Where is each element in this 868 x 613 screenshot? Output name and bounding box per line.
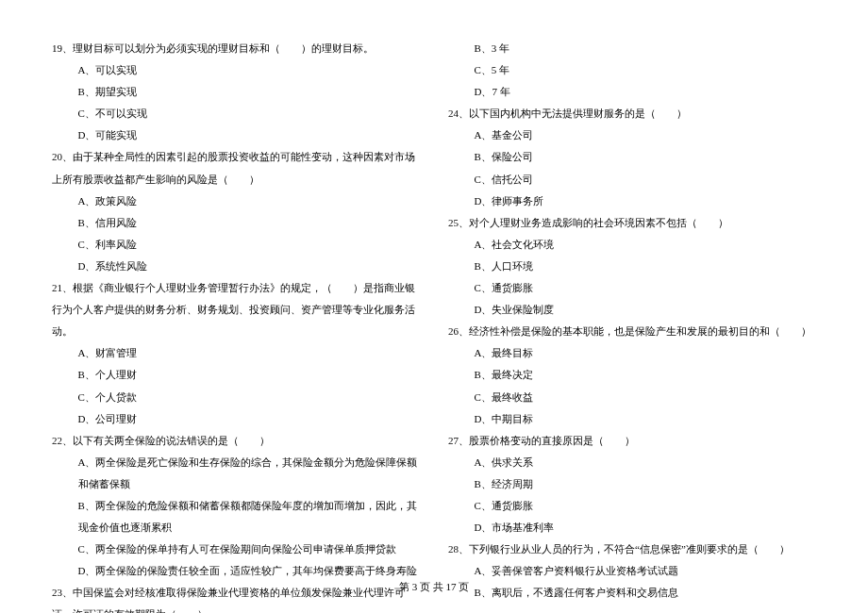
q19-opt-d: D、可能实现 xyxy=(52,124,420,146)
q22-opt-d: D、两全保险的保险责任较全面，适应性较广，其年均保费要高于终身寿险 xyxy=(52,560,420,582)
q24-opt-a: A、基金公司 xyxy=(448,124,816,146)
q20-opt-d: D、系统性风险 xyxy=(52,256,420,277)
q25-opt-c: C、通货膨胀 xyxy=(448,277,816,299)
q25-stem: 25、对个人理财业务造成影响的社会环境因素不包括（ ） xyxy=(448,212,816,234)
q27-opt-a: A、供求关系 xyxy=(448,452,816,473)
q25-opt-b: B、人口环境 xyxy=(448,256,816,277)
q24-opt-b: B、保险公司 xyxy=(448,146,816,168)
q19-opt-c: C、不可以实现 xyxy=(52,103,420,124)
q26-opt-b: B、最终决定 xyxy=(448,364,816,386)
q25-opt-d: D、失业保险制度 xyxy=(448,299,816,321)
q20-opt-b: B、信用风险 xyxy=(52,212,420,234)
q26-opt-c: C、最终收益 xyxy=(448,387,816,408)
page-footer: 第 3 页 共 17 页 xyxy=(0,580,868,594)
q25-opt-a: A、社会文化环境 xyxy=(448,234,816,256)
q26-stem: 26、经济性补偿是保险的基本职能，也是保险产生和发展的最初目的和（ ） xyxy=(448,321,816,342)
page-content: 19、理财目标可以划分为必须实现的理财目标和（ ）的理财目标。 A、可以实现 B… xyxy=(0,0,868,613)
q23-opt-c: C、5 年 xyxy=(448,59,816,81)
q27-stem: 27、股票价格变动的直接原因是（ ） xyxy=(448,430,816,452)
q23-opt-b: B、3 年 xyxy=(448,38,816,59)
q19-opt-b: B、期望实现 xyxy=(52,81,420,103)
q26-opt-a: A、最终目标 xyxy=(448,342,816,364)
q20-stem: 20、由于某种全局性的因素引起的股票投资收益的可能性变动，这种因素对市场上所有股… xyxy=(52,146,420,190)
q21-opt-a: A、财富管理 xyxy=(52,342,420,364)
q28-opt-a: A、妥善保管客户资料银行从业资格考试试题 xyxy=(448,560,816,582)
q27-opt-d: D、市场基准利率 xyxy=(448,517,816,538)
q22-opt-b: B、两全保险的危险保额和储蓄保额都随保险年度的增加而增加，因此，其现金价值也逐渐… xyxy=(52,495,420,538)
q22-opt-a: A、两全保险是死亡保险和生存保险的综合，其保险金额分为危险保障保额和储蓄保额 xyxy=(52,452,420,495)
q27-opt-c: C、通货膨胀 xyxy=(448,495,816,517)
right-column: B、3 年 C、5 年 D、7 年 24、以下国内机构中无法提供理财服务的是（ … xyxy=(448,38,816,613)
q21-opt-c: C、个人贷款 xyxy=(52,387,420,408)
q21-opt-b: B、个人理财 xyxy=(52,364,420,386)
q22-stem: 22、以下有关两全保险的说法错误的是（ ） xyxy=(52,430,420,452)
q19-stem: 19、理财目标可以划分为必须实现的理财目标和（ ）的理财目标。 xyxy=(52,38,420,59)
q24-opt-d: D、律师事务所 xyxy=(448,191,816,212)
q20-opt-a: A、政策风险 xyxy=(52,191,420,212)
q26-opt-d: D、中期目标 xyxy=(448,408,816,430)
q19-opt-a: A、可以实现 xyxy=(52,59,420,81)
q22-opt-c: C、两全保险的保单持有人可在保险期间向保险公司申请保单质押贷款 xyxy=(52,538,420,560)
q21-opt-d: D、公司理财 xyxy=(52,408,420,430)
q20-opt-c: C、利率风险 xyxy=(52,234,420,256)
q21-stem: 21、根据《商业银行个人理财业务管理暂行办法》的规定，（ ）是指商业银行为个人客… xyxy=(52,277,420,342)
left-column: 19、理财目标可以划分为必须实现的理财目标和（ ）的理财目标。 A、可以实现 B… xyxy=(52,38,420,613)
q23-opt-d: D、7 年 xyxy=(448,81,816,103)
q28-stem: 28、下列银行业从业人员的行为，不符合“信息保密”准则要求的是（ ） xyxy=(448,538,816,560)
q27-opt-b: B、经济周期 xyxy=(448,473,816,495)
q24-opt-c: C、信托公司 xyxy=(448,169,816,191)
q24-stem: 24、以下国内机构中无法提供理财服务的是（ ） xyxy=(448,103,816,124)
